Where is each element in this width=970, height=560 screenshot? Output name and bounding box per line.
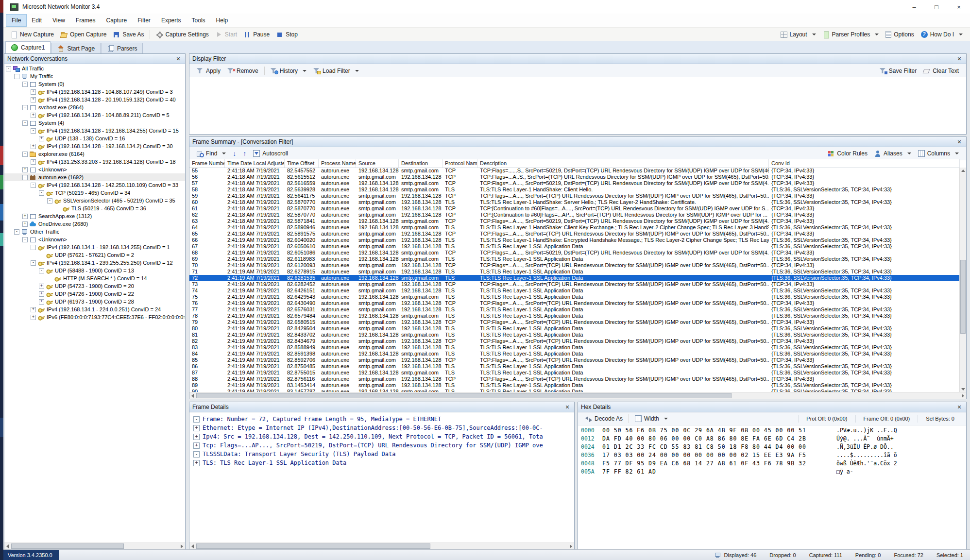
start-button[interactable]: Start xyxy=(212,30,240,39)
frame-row[interactable]: 64 2:41:18 AM 7/19/2021 82.5890946 autor… xyxy=(189,224,960,231)
menu-item[interactable]: Edit xyxy=(26,15,47,26)
scroll-left-icon[interactable] xyxy=(189,543,196,549)
tree-item[interactable]: TLS (50219 - 465) ConvID = 36 xyxy=(4,204,185,212)
expand-toggle-icon[interactable] xyxy=(22,82,28,87)
load-filter-button[interactable]: Load Filter xyxy=(310,66,362,76)
column-header[interactable]: Description xyxy=(477,159,769,168)
scro ll-thumb[interactable] xyxy=(196,393,732,398)
expand-toggle-icon[interactable]: + xyxy=(193,460,200,466)
frame-row[interactable]: 83 2:41:19 AM 7/19/2021 82.8588949 autor… xyxy=(189,344,960,351)
frame-row[interactable]: 75 2:41:19 AM 7/19/2021 82.6429543 autor… xyxy=(189,294,960,300)
maximize-button[interactable]: □ xyxy=(925,0,948,14)
expand-toggle-icon[interactable] xyxy=(22,105,28,110)
apply-filter-button[interactable]: Apply xyxy=(193,66,224,76)
menu-item[interactable]: Frames xyxy=(70,15,101,26)
frame-row[interactable]: 82 2:41:19 AM 7/19/2021 82.8434679 autor… xyxy=(189,338,960,344)
frame-row[interactable]: 85 2:41:19 AM 7/19/2021 82.8592706 autor… xyxy=(189,357,960,363)
options-button[interactable]: Options xyxy=(882,30,917,39)
frame-table-vscrollbar[interactable] xyxy=(959,168,966,392)
expand-toggle-icon[interactable]: - xyxy=(193,451,200,458)
column-header[interactable]: Time Date Local Adjusted xyxy=(225,159,285,168)
scroll-up-icon[interactable] xyxy=(960,168,966,174)
expand-toggle-icon[interactable] xyxy=(31,315,36,320)
columns-button[interactable]: Columns xyxy=(915,149,962,158)
expand-toggle-icon[interactable] xyxy=(31,97,36,102)
tree-item[interactable]: IPv4 (131.253.33.203 - 192.168.134.128) … xyxy=(4,158,185,166)
detail-line[interactable]: - Frame: Number = 72, Captured Frame Len… xyxy=(193,415,570,424)
expand-toggle-icon[interactable] xyxy=(39,136,44,141)
frame-row[interactable]: 88 2:41:19 AM 7/19/2021 82.8756116 autor… xyxy=(189,376,960,382)
tree-item[interactable]: IPv4 (192.168.134.128 - 20.190.159.132) … xyxy=(4,96,185,103)
expand-toggle-icon[interactable] xyxy=(31,307,36,312)
hex-row[interactable]: 0000 00 50 56 E6 0B 75 00 0C 29 6A 4B 9E… xyxy=(581,426,963,435)
tree-item[interactable]: SSLVersionSelector (465 - 50219) ConvID … xyxy=(4,197,185,204)
tab-capture1[interactable]: Capture1 xyxy=(5,41,51,53)
tree-item[interactable]: UDP (138 - 138) ConvID = 16 xyxy=(4,135,185,142)
scroll-right-icon[interactable] xyxy=(568,543,574,549)
tree-item[interactable]: autorun.exe (1692) xyxy=(4,173,185,181)
minimize-button[interactable]: – xyxy=(903,0,925,14)
menu-item[interactable]: Experts xyxy=(156,15,187,26)
detail-line[interactable]: - TLSSSLData: Transport Layer Security (… xyxy=(193,450,570,458)
scroll-right-icon[interactable] xyxy=(179,543,185,549)
column-header[interactable]: Conv Id xyxy=(769,159,960,168)
frame-row[interactable]: 77 2:41:19 AM 7/19/2021 82.6576031 autor… xyxy=(189,306,960,313)
tab-start-page[interactable]: Start Page xyxy=(51,43,101,53)
expand-toggle-icon[interactable] xyxy=(22,221,28,227)
save-filter-button[interactable]: Save Filter xyxy=(876,66,920,76)
expand-toggle-icon[interactable]: + xyxy=(193,434,200,440)
tree-item[interactable]: UDP (54723 - 1900) ConvID = 20 xyxy=(4,282,185,290)
tree-item[interactable]: IPv4 (192.168.134.128 - 104.88.89.211) C… xyxy=(4,111,185,119)
find-button[interactable]: Find xyxy=(193,149,229,158)
scroll-left-icon[interactable] xyxy=(4,543,11,549)
tree-item[interactable]: <Unknown> xyxy=(4,236,185,243)
column-header[interactable]: Protocol Name xyxy=(442,159,477,168)
tree-item[interactable]: Other Traffic xyxy=(4,228,185,236)
detail-line[interactable]: + Tcp: Flags=...AP..., SrcPort=50219, Ds… xyxy=(193,441,570,450)
scroll-thumb[interactable] xyxy=(196,543,430,549)
how-do-i-button[interactable]: How Do I xyxy=(918,30,966,39)
find-next-button[interactable] xyxy=(229,149,239,159)
frame-row[interactable]: 55 2:41:18 AM 7/19/2021 82.5457552 autor… xyxy=(189,168,960,174)
tree-item[interactable]: <Unknown> xyxy=(4,166,185,173)
frame-row[interactable]: 67 2:41:19 AM 7/19/2021 82.6050610 autor… xyxy=(189,243,960,250)
expand-toggle-icon[interactable] xyxy=(31,245,36,250)
expand-toggle-icon[interactable] xyxy=(39,190,44,196)
expand-toggle-icon[interactable] xyxy=(31,128,36,134)
expand-toggle-icon[interactable] xyxy=(22,237,28,242)
expand-toggle-icon[interactable] xyxy=(39,268,44,273)
expand-toggle-icon[interactable] xyxy=(39,284,44,289)
tree-item[interactable]: HTTP (M-SEARCH * ) ConvID = 14 xyxy=(4,274,185,282)
frame-row[interactable]: 73 2:41:19 AM 7/19/2021 82.6282452 autor… xyxy=(189,281,960,288)
aliases-button[interactable]: Aliases xyxy=(871,149,915,158)
hex-row[interactable]: 0048 F5 77 DF 95 D9 EA C6 68 14 27 A8 61… xyxy=(581,459,963,468)
scroll-thumb[interactable] xyxy=(11,543,124,549)
tree-item[interactable]: IPv4 (192.168.134.1 - 224.0.0.251) ConvI… xyxy=(4,305,185,313)
frame-row[interactable]: 74 2:41:19 AM 7/19/2021 82.6426151 autor… xyxy=(189,288,960,294)
column-header[interactable]: Destination xyxy=(399,159,442,168)
tree-item[interactable]: All Traffic xyxy=(4,65,185,72)
tree-item[interactable]: UDP (61973 - 1900) ConvID = 28 xyxy=(4,298,185,305)
scroll-right-icon[interactable] xyxy=(960,392,966,399)
expand-toggle-icon[interactable] xyxy=(47,198,52,204)
tree-item[interactable]: OneDrive.exe (2680) xyxy=(4,220,185,228)
expand-toggle-icon[interactable] xyxy=(22,214,28,219)
expand-toggle-icon[interactable] xyxy=(31,89,36,95)
color-rules-button[interactable]: Color Rules xyxy=(824,149,871,158)
open-capture-button[interactable]: Open Capture xyxy=(57,30,110,39)
width-button[interactable]: Width xyxy=(631,414,671,424)
menu-item[interactable]: Capture xyxy=(101,15,133,26)
scroll-left-icon[interactable] xyxy=(189,392,196,399)
decode-as-button[interactable]: Decode As xyxy=(582,414,626,424)
column-header[interactable]: Source xyxy=(356,159,399,168)
tree-item[interactable]: IPv4 (192.168.134.128 - 192.168.134.255)… xyxy=(4,127,185,135)
tree-item[interactable]: UDP (57621 - 57621) ConvID = 2 xyxy=(4,251,185,259)
pause-button[interactable]: Pause xyxy=(240,30,273,39)
tree-item[interactable]: IPv4 (192.168.134.128 - 142.250.110.109)… xyxy=(4,181,185,189)
frame-row[interactable]: 69 2:41:19 AM 7/19/2021 82.6118983 autor… xyxy=(189,256,960,262)
expand-toggle-icon[interactable] xyxy=(31,183,36,188)
expand-toggle-icon[interactable] xyxy=(22,120,28,126)
expand-toggle-icon[interactable] xyxy=(22,167,28,172)
menu-item[interactable]: View xyxy=(47,15,70,26)
frame-row[interactable]: 59 2:41:18 AM 7/19/2021 82.5641175 autor… xyxy=(189,193,960,199)
